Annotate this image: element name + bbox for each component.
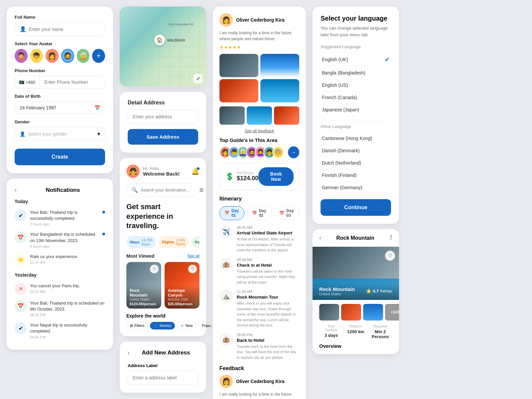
hero-text: Get smart experience in traveling. bbox=[126, 202, 200, 231]
destination-rock-mountain[interactable]: ♡ Rock Mountain United States $124.00/pe… bbox=[126, 262, 161, 309]
language-selector-card: Select your language You can change sele… bbox=[313, 7, 399, 224]
travel-header: 👧 Hi, Yolin Welcome Back! 🔔 bbox=[126, 165, 200, 178]
notif-star-icon: ⭐ bbox=[15, 254, 27, 266]
address-input[interactable] bbox=[128, 110, 198, 124]
avatar-option-2[interactable]: 👦 bbox=[30, 49, 43, 63]
lang-option-finnish[interactable]: Finnish (Finland) bbox=[321, 169, 391, 182]
photo-row bbox=[219, 106, 299, 125]
search-bar[interactable]: 🔍 ⚙ bbox=[126, 183, 200, 197]
lang-name-cantonese: Cantonese (Hong Kong) bbox=[322, 136, 372, 141]
avatar-add-button[interactable]: + bbox=[92, 49, 105, 63]
list-item: 📅 Your Bangladesh trip is scheduled on 1… bbox=[15, 229, 105, 251]
avatar-option-5[interactable]: 🧑‍🦳 bbox=[77, 49, 90, 63]
search-input[interactable] bbox=[141, 188, 197, 193]
itinerary-item-1: ✈️ 08:45 AM Arrival United State Airport… bbox=[219, 225, 299, 253]
see-all-feedback-link[interactable]: See all feedback bbox=[219, 129, 299, 133]
destination-antelope-canyon[interactable]: ♡ Antelope Canyon Arizona, USA $25.00/pe… bbox=[165, 262, 200, 309]
filter-icon[interactable]: ⚙ bbox=[199, 187, 204, 193]
rock-mountain-thumbnails: +147 bbox=[313, 300, 399, 325]
continue-button[interactable]: Continue bbox=[321, 199, 391, 216]
suggested-language-label: Suggested Language bbox=[321, 45, 391, 49]
rock-mountain-title: Rock Mountain bbox=[321, 235, 389, 241]
tab-day-02[interactable]: 📅 Day 02 bbox=[247, 206, 272, 220]
phone-input[interactable] bbox=[40, 76, 105, 88]
lang-option-bangla[interactable]: Bangla (Bangladesh) bbox=[321, 67, 391, 79]
language-subtitle: You can change selected language later f… bbox=[321, 25, 391, 38]
reviewer-name: Oliver Cederborg Kira bbox=[236, 17, 285, 23]
lang-option-english-us[interactable]: English (US) bbox=[321, 79, 391, 91]
detail-address-title: Detail Address bbox=[128, 100, 198, 106]
avatar-option-4[interactable]: 🧔 bbox=[61, 49, 74, 63]
notification-bell-button[interactable]: 🔔 bbox=[191, 167, 200, 175]
filter-chip-filters[interactable]: ⊞ Filters bbox=[126, 322, 148, 330]
dest-name-1: Rock Mountain bbox=[130, 288, 158, 298]
lang-option-french-canada[interactable]: Franch (Canada) bbox=[321, 91, 391, 104]
phone-code: +880 bbox=[26, 80, 35, 85]
dob-input-wrap[interactable]: 24 February 1997 📅 bbox=[15, 101, 105, 114]
lang-option-cantonese[interactable]: Cantonese (Hong Kong) bbox=[321, 132, 391, 145]
feedback-reviewer: 👩 Oliver Cederborg Kira bbox=[219, 375, 299, 388]
lang-option-japanese[interactable]: Japanese (Japan) bbox=[321, 104, 391, 116]
stat-distance-label: Distance bbox=[346, 325, 365, 328]
lang-option-german[interactable]: German (Germany) bbox=[321, 182, 391, 194]
avatar-option-3[interactable]: 👩 bbox=[46, 49, 59, 63]
top-guides-section: Top Guide's in This Area 👩 👦 👩‍🦳 🧔 👩‍🦱 👧… bbox=[219, 137, 299, 158]
lang-name-english-uk: English (UK) bbox=[322, 57, 348, 62]
rock-mountain-header: ‹ Rock Mountain ⤴ bbox=[313, 229, 399, 247]
lang-option-danish[interactable]: Danish (Denmark) bbox=[321, 145, 391, 157]
list-item: ✔ Your Bali, Thailand trip is successful… bbox=[15, 207, 105, 229]
notif-message-2: Your Bangladesh trip is scheduled on 13t… bbox=[30, 231, 99, 243]
tab-day-01[interactable]: 📅 Day 01 bbox=[219, 206, 244, 220]
notif-message-6: Your Nepal trip is successfully complete… bbox=[30, 322, 105, 334]
add-address-back-button[interactable]: ‹ bbox=[128, 349, 130, 356]
fullname-input-wrap[interactable]: 👤 bbox=[15, 22, 105, 36]
review-card: 👩 Oliver Cederborg Kira I am really look… bbox=[213, 7, 306, 399]
rating-stars: ★★★★★ bbox=[219, 45, 299, 50]
other-language-label: Other Language bbox=[321, 124, 391, 129]
lang-option-dutch[interactable]: Dutch (Netherland) bbox=[321, 157, 391, 169]
calendar-tab-icon-3: 📅 bbox=[279, 211, 284, 215]
lang-option-english-uk[interactable]: English (UK) ✔ bbox=[321, 53, 391, 67]
stat-required: Required Min 2 Persons bbox=[368, 325, 392, 339]
hero-heading: Get smart experience in traveling. bbox=[126, 202, 200, 231]
notif-text-3: Rate us your experience. 11:47 AM bbox=[30, 254, 105, 264]
dest-name-2: Antelope Canyon bbox=[168, 288, 196, 298]
tab-day-03[interactable]: 📅 Day 03 bbox=[274, 206, 299, 220]
notif-time-2: 4 hours ago bbox=[30, 244, 99, 248]
star-icon: ⭐ bbox=[366, 289, 371, 294]
phone-input-wrap[interactable]: 🇧🇩 +880 bbox=[15, 76, 105, 88]
book-now-button[interactable]: Book Now bbox=[258, 167, 294, 186]
user-welcome: Welcome Back! bbox=[143, 171, 180, 177]
create-button[interactable]: Create bbox=[15, 149, 105, 165]
filter-chip-nearby[interactable]: 👤 Nearby bbox=[150, 322, 175, 330]
share-icon[interactable]: ⤴ bbox=[389, 234, 392, 241]
stays-label: Stays bbox=[130, 240, 139, 244]
chevron-down-icon: ▾ bbox=[97, 131, 100, 137]
address-label-input[interactable] bbox=[128, 371, 198, 385]
chip-stays[interactable]: Stays 13,765 stays bbox=[126, 236, 156, 248]
back-button[interactable]: ‹ bbox=[15, 187, 17, 194]
notif-cal-icon-2: 📅 bbox=[15, 300, 27, 312]
chip-restaurants[interactable]: Restaurants 6,257 restaurants bbox=[192, 236, 200, 248]
favorite-rock-mountain-button[interactable]: ♡ bbox=[150, 265, 159, 273]
avatar-section: Select Your Avatar 🧑‍🦱 👦 👩 🧔 🧑‍🦳 + bbox=[15, 41, 105, 63]
chip-flights[interactable]: Flights 2,448 flights bbox=[159, 236, 189, 248]
save-address-button[interactable]: Save Address bbox=[128, 129, 198, 145]
notif-message-5: Your Bali, Thailand trip is scheduled on… bbox=[30, 300, 105, 312]
favorite-rock-mountain-detail-button[interactable]: ♡ bbox=[385, 251, 395, 261]
rm-more-photos[interactable]: +147 bbox=[385, 304, 399, 321]
lang-name-danish: Danish (Denmark) bbox=[322, 148, 360, 153]
overview-title: Overview bbox=[313, 343, 399, 354]
price-value: $124.00 bbox=[237, 175, 258, 182]
favorite-canyon-button[interactable]: ♡ bbox=[188, 265, 197, 273]
gender-select-wrap[interactable]: 👤 Select your gender ▾ bbox=[15, 127, 105, 141]
see-all-link[interactable]: See all bbox=[187, 254, 200, 258]
guides-next-button[interactable]: → bbox=[288, 146, 299, 158]
avatar-option-1[interactable]: 🧑‍🦱 bbox=[15, 49, 28, 63]
fullname-input[interactable] bbox=[29, 27, 100, 32]
filter-chip-new[interactable]: ☆ New bbox=[177, 322, 196, 330]
itin-detail-2: 09:30 AM Check in at Hotel Travelers wil… bbox=[237, 258, 299, 285]
map-expand-button[interactable]: ⤢ bbox=[194, 74, 203, 83]
stat-time-value: 3 days bbox=[322, 333, 341, 338]
notif-success-icon: ✔ bbox=[15, 209, 27, 221]
